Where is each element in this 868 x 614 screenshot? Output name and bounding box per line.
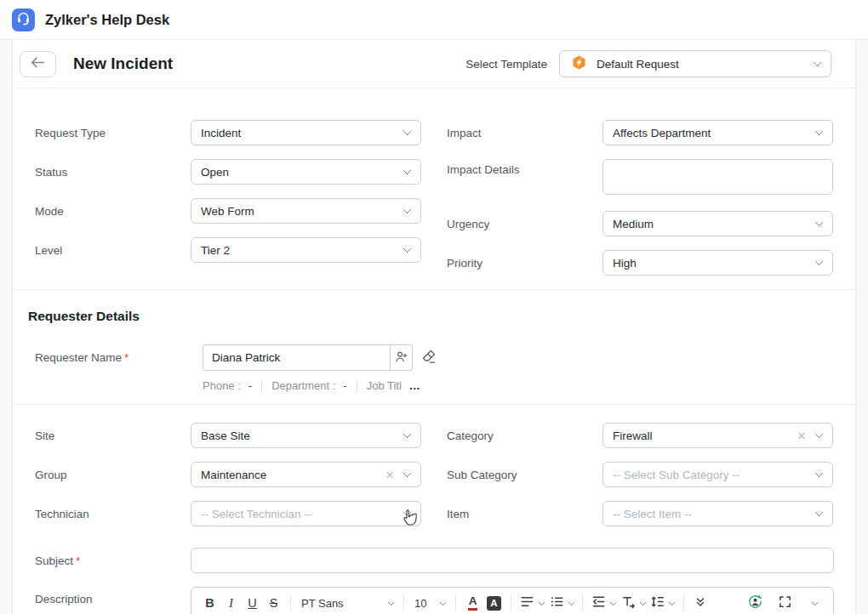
meta-separator: [357, 380, 357, 392]
site-select[interactable]: Base Site: [191, 423, 421, 448]
chevron-down-icon: [815, 469, 824, 478]
impact-label: Impact: [447, 127, 602, 139]
item-placeholder: -- Select Item --: [613, 508, 692, 520]
font-size-select[interactable]: 10: [410, 597, 449, 610]
priority-select[interactable]: High: [602, 250, 833, 276]
template-select[interactable]: Default Request: [559, 50, 831, 77]
outdent-icon: [591, 594, 606, 611]
app-title: Zylker's Help Desk: [45, 12, 169, 28]
chevron-down-icon: [387, 599, 394, 605]
job-title-label: Job Titl: [367, 379, 402, 392]
status-row: Status Open: [35, 159, 434, 185]
technician-select[interactable]: -- Select Technician --: [191, 501, 421, 526]
phone-label: Phone :: [203, 379, 241, 392]
toolbar-separator: [455, 594, 456, 611]
phone-value: -: [248, 379, 252, 392]
chevron-down-icon: [815, 430, 824, 439]
requester-section-title: Requester Details: [28, 309, 831, 324]
align-left-icon: [520, 594, 534, 611]
group-select[interactable]: Maintenance ×: [191, 462, 421, 487]
bold-button[interactable]: B: [199, 592, 220, 614]
category-row: Category Firewall ×: [447, 423, 855, 448]
font-family-select[interactable]: PT Sans: [297, 597, 397, 610]
priority-row: Priority High: [447, 250, 855, 276]
subject-input[interactable]: [191, 548, 834, 573]
urgency-row: Urgency Medium: [447, 211, 855, 236]
strikethrough-button[interactable]: S: [263, 592, 284, 614]
clear-selection-icon[interactable]: ×: [385, 468, 394, 482]
person-add-icon: [394, 350, 408, 367]
chevron-down-icon: [815, 128, 824, 136]
font-color-button[interactable]: A: [462, 592, 483, 614]
incident-details-section: Request Type Incident Status Open Mode: [13, 88, 855, 289]
bullet-list-button[interactable]: [547, 592, 577, 614]
request-type-select[interactable]: Incident: [191, 120, 421, 145]
impact-row: Impact Affects Department: [447, 120, 855, 145]
fullscreen-icon: [779, 595, 791, 611]
category-select[interactable]: Firewall ×: [602, 423, 833, 448]
urgency-select[interactable]: Medium: [602, 211, 833, 236]
item-label: Item: [447, 508, 602, 520]
impact-details-textarea[interactable]: [602, 159, 833, 195]
toolbar-right-group: [745, 592, 825, 614]
requester-name-label: Requester Name*: [35, 351, 203, 364]
sub-category-placeholder: -- Select Sub Category --: [613, 469, 740, 481]
add-requester-button[interactable]: [391, 344, 413, 371]
insert-signature-button[interactable]: [745, 592, 766, 614]
template-select-value: Default Request: [597, 58, 679, 71]
line-spacing-button[interactable]: [648, 592, 677, 614]
request-type-label: Request Type: [35, 127, 191, 139]
underline-button[interactable]: U: [242, 592, 263, 614]
chevron-down-icon: [403, 509, 412, 517]
clear-selection-icon[interactable]: ×: [797, 429, 806, 443]
group-row: Group Maintenance ×: [35, 462, 434, 487]
highlight-color-button[interactable]: A: [483, 592, 505, 614]
mode-row: Mode Web Form: [35, 198, 434, 224]
item-select[interactable]: -- Select Item --: [602, 501, 833, 526]
mode-select[interactable]: Web Form: [191, 198, 421, 224]
back-button[interactable]: [20, 51, 56, 77]
mode-label: Mode: [35, 205, 191, 218]
fullscreen-button[interactable]: [774, 592, 796, 614]
impact-select[interactable]: Affects Department: [602, 120, 833, 145]
status-select[interactable]: Open: [191, 159, 421, 185]
requester-name-input[interactable]: [203, 344, 391, 371]
chevron-down-icon: [403, 469, 412, 478]
request-type-value: Incident: [201, 127, 241, 139]
description-label: Description: [35, 593, 191, 605]
meta-separator: [261, 380, 262, 392]
sub-category-select[interactable]: -- Select Sub Category --: [602, 462, 833, 487]
editor-toolbar: B I U S PT Sans 10 A: [191, 588, 833, 614]
toolbar-collapse-button[interactable]: [804, 592, 825, 614]
select-template-label: Select Template: [465, 58, 547, 71]
subject-label: Subject*: [35, 554, 191, 567]
content-card: New Incident Select Template Default Req…: [12, 40, 856, 614]
clear-requester-button[interactable]: [420, 348, 437, 367]
italic-button[interactable]: I: [220, 592, 242, 614]
category-label: Category: [447, 429, 602, 442]
department-value: -: [343, 379, 346, 392]
chevron-down-icon: [815, 509, 824, 517]
toolbar-separator: [403, 594, 404, 611]
text-direction-icon: [621, 594, 636, 611]
site-row: Site Base Site: [35, 423, 434, 448]
indent-button[interactable]: [589, 592, 619, 614]
align-button[interactable]: [517, 592, 547, 614]
department-label: Department :: [271, 379, 335, 392]
more-options-button[interactable]: [690, 592, 711, 614]
chevron-down-icon: [815, 258, 824, 266]
sub-category-label: Sub Category: [447, 469, 602, 481]
chevron-down-icon: [669, 599, 676, 605]
level-select[interactable]: Tier 2: [191, 237, 421, 263]
urgency-label: Urgency: [447, 218, 602, 230]
text-direction-button[interactable]: [619, 592, 648, 614]
priority-label: Priority: [447, 257, 602, 270]
toolbar-separator: [683, 594, 684, 611]
chevron-down-icon: [610, 599, 617, 605]
description-editor: B I U S PT Sans 10 A: [191, 587, 834, 614]
chevron-down-icon: [814, 59, 822, 67]
back-arrow-icon: [31, 56, 45, 71]
chevron-down-icon: [403, 167, 412, 175]
impact-details-label: Impact Details: [447, 163, 602, 176]
app-logo: [12, 9, 35, 31]
